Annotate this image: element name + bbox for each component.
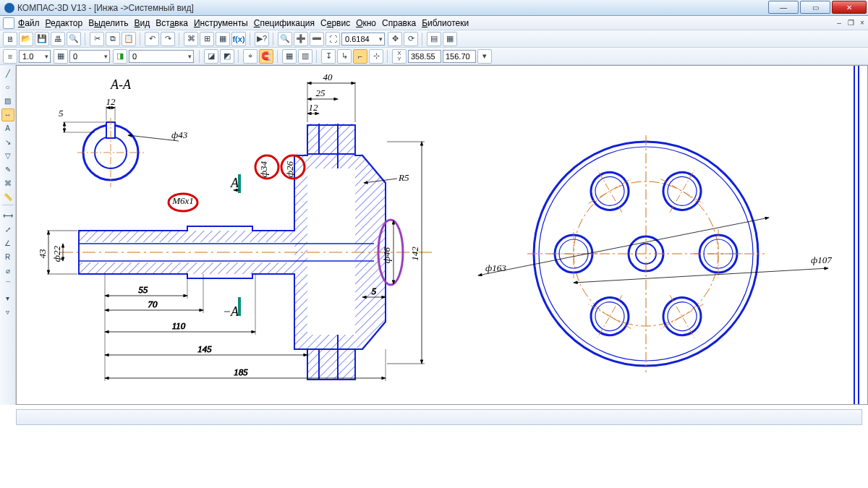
- svg-rect-45: [307, 349, 355, 380]
- arrow2-button[interactable]: ↳: [337, 49, 352, 64]
- zoom-out-button[interactable]: ➖: [310, 32, 324, 46]
- ortho-button[interactable]: ⌐: [353, 49, 367, 64]
- tool-dim-base[interactable]: ▿: [1, 306, 14, 319]
- layer-combo[interactable]: 0: [129, 50, 194, 63]
- tool-circle[interactable]: ○: [1, 81, 14, 94]
- tool-dim-height[interactable]: ▾: [1, 292, 14, 305]
- svg-text:ф26: ф26: [284, 160, 295, 177]
- save-button[interactable]: 💾: [35, 32, 49, 46]
- close-button[interactable]: ✕: [832, 1, 867, 14]
- paste-button[interactable]: 📋: [122, 32, 136, 46]
- grid1-button[interactable]: ▦: [282, 49, 297, 64]
- tool-dim-arc[interactable]: ⌒: [1, 278, 14, 291]
- tool-hatch[interactable]: ▨: [1, 95, 14, 108]
- menu-tools[interactable]: Инструменты: [192, 17, 250, 29]
- help-mouse-button[interactable]: ▶?: [255, 32, 269, 46]
- svg-text:55: 55: [139, 284, 149, 295]
- menu-spec[interactable]: Спецификация: [252, 17, 316, 29]
- mdi-min-button[interactable]: –: [833, 19, 845, 27]
- zoom-combo[interactable]: 0.6184: [341, 33, 385, 46]
- arrow1-button[interactable]: ↧: [321, 49, 336, 64]
- mdi-restore-button[interactable]: ❐: [845, 19, 856, 27]
- svg-text:М6х1: М6х1: [171, 195, 194, 206]
- menu-file[interactable]: Файл: [17, 17, 41, 29]
- tool-dim-radius[interactable]: R: [1, 251, 14, 264]
- layer-icon[interactable]: ◨: [113, 49, 127, 64]
- style2-button[interactable]: ▦: [54, 49, 68, 64]
- menu-service[interactable]: Сервис: [319, 17, 352, 29]
- tool-rough[interactable]: ▽: [1, 150, 14, 163]
- menu-window[interactable]: Окно: [354, 17, 378, 29]
- menu-insert[interactable]: Вставка: [154, 17, 190, 29]
- tool-dim-diam[interactable]: ⌀: [1, 265, 14, 278]
- line-width-combo[interactable]: 1.0: [19, 50, 51, 63]
- mdi-icon[interactable]: [3, 17, 14, 29]
- menu-help[interactable]: Справка: [380, 17, 417, 29]
- coord-y-input[interactable]: 156.70: [443, 50, 476, 63]
- tool-dim-angle[interactable]: ∠: [1, 237, 14, 250]
- coord-x-input[interactable]: 358.55: [408, 50, 441, 63]
- menu-libs[interactable]: Библиотеки: [420, 17, 470, 29]
- xy-label-icon: XY: [392, 49, 407, 64]
- tool-dim-aligned[interactable]: ⤢: [1, 223, 14, 236]
- svg-rect-46: [307, 154, 355, 168]
- axis-button[interactable]: ⊹: [369, 49, 383, 64]
- zoom-window-button[interactable]: 🔍: [278, 32, 292, 46]
- copy-button[interactable]: ⧉: [106, 32, 120, 46]
- tool-text[interactable]: A: [1, 122, 14, 135]
- maximize-button[interactable]: ▭: [800, 1, 830, 14]
- menu-view[interactable]: Вид: [133, 17, 152, 29]
- zoom-value: 0.6184: [345, 35, 370, 43]
- mode1-button[interactable]: ◪: [204, 49, 218, 64]
- grid2-button[interactable]: ▥: [298, 49, 312, 64]
- tool-b[interactable]: ⊞: [200, 32, 214, 46]
- new-button[interactable]: 🗎: [3, 32, 17, 46]
- coord-menu-button[interactable]: ▾: [477, 49, 492, 64]
- tool-e[interactable]: ▦: [443, 32, 457, 46]
- svg-text:145: 145: [197, 343, 212, 354]
- svg-text:ф22: ф22: [51, 245, 62, 262]
- tool-fx[interactable]: f(x): [231, 32, 246, 46]
- tool-a[interactable]: ⌘: [184, 32, 198, 46]
- tool-dim[interactable]: ↔: [1, 108, 14, 121]
- svg-text:5: 5: [372, 286, 377, 296]
- tool-dim-linear[interactable]: ⟷: [1, 210, 14, 223]
- drawing-workspace[interactable]: ф163 ф107: [16, 65, 868, 405]
- tool-measure[interactable]: 📏: [1, 191, 14, 204]
- style-index-combo[interactable]: 0: [69, 50, 110, 63]
- rotate-button[interactable]: ⟳: [404, 32, 418, 46]
- cut-button[interactable]: ✂: [90, 32, 104, 46]
- redo-button[interactable]: ↷: [161, 32, 175, 46]
- svg-point-20: [656, 166, 707, 217]
- tool-leader[interactable]: ↘: [1, 136, 14, 149]
- svg-text:12: 12: [309, 102, 319, 113]
- print-button[interactable]: 🖶: [51, 32, 65, 46]
- open-button[interactable]: 📂: [19, 32, 33, 46]
- svg-rect-42: [79, 262, 294, 274]
- preview-button[interactable]: 🔍: [67, 32, 81, 46]
- mode2-button[interactable]: ◩: [220, 49, 234, 64]
- snap-button[interactable]: ⌖: [243, 49, 258, 64]
- menu-editor[interactable]: Редактор: [44, 17, 85, 29]
- svg-text:ф34: ф34: [258, 160, 269, 177]
- magnet-button[interactable]: 🧲: [259, 49, 273, 64]
- undo-button[interactable]: ↶: [145, 32, 159, 46]
- svg-line-32: [670, 170, 694, 213]
- zoom-in-button[interactable]: ➕: [294, 32, 308, 46]
- menu-select[interactable]: Выделить: [87, 17, 129, 29]
- tool-params[interactable]: ⌘: [1, 177, 14, 190]
- svg-text:ф46: ф46: [381, 247, 392, 263]
- standard-toolbar: 🗎 📂 💾 🖶 🔍 ✂ ⧉ 📋 ↶ ↷ ⌘ ⊞ ▦ f(x) ▶? 🔍 ➕ ➖ …: [0, 30, 868, 48]
- svg-rect-44: [307, 124, 355, 154]
- svg-rect-41: [79, 231, 294, 242]
- tool-edit[interactable]: ✎: [1, 163, 14, 176]
- mdi-close-button[interactable]: ×: [856, 19, 868, 27]
- zoom-fit-button[interactable]: ⛶: [326, 32, 340, 46]
- minimize-button[interactable]: —: [768, 1, 799, 14]
- svg-text:25: 25: [316, 87, 326, 98]
- tool-d[interactable]: ▤: [427, 32, 441, 46]
- tool-c[interactable]: ▦: [216, 32, 230, 46]
- style-button[interactable]: ≡: [3, 49, 17, 64]
- pan-button[interactable]: ✥: [388, 32, 402, 46]
- tool-line[interactable]: ╱: [1, 67, 14, 80]
